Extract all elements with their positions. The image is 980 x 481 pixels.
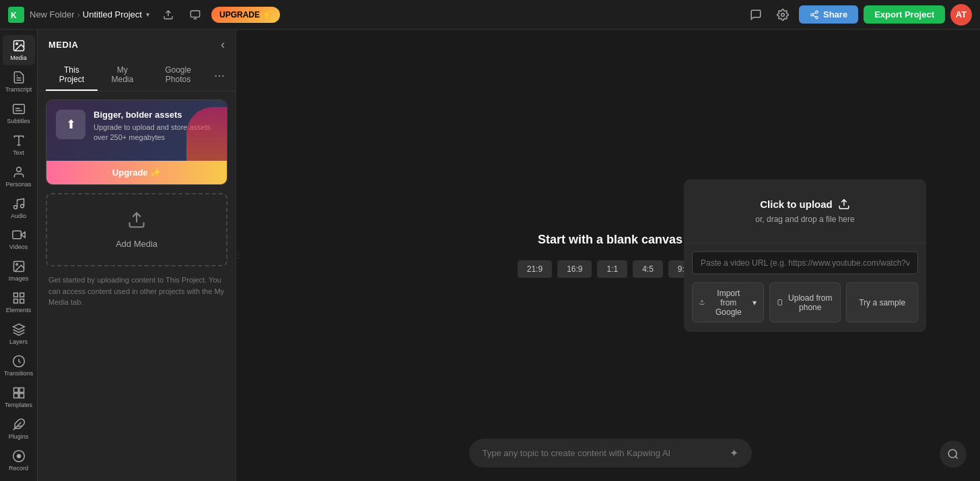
aspect-16-9[interactable]: 16:9	[557, 260, 592, 278]
svg-rect-29	[20, 293, 24, 297]
url-input[interactable]	[692, 251, 918, 274]
sidebar-nav: Media Transcript Subtitles Text Personas…	[0, 30, 38, 481]
breadcrumb-separator: ›	[77, 9, 79, 20]
svg-rect-34	[13, 388, 18, 393]
export-button[interactable]: Export Project	[864, 5, 945, 24]
ai-input-bar: ✦	[469, 439, 752, 468]
aspect-1-1[interactable]: 1:1	[597, 260, 627, 278]
canvas-main: Start with a blank canvas 21:9 16:9 1:1 …	[240, 30, 980, 481]
upgrade-card-button[interactable]: Upgrade ✨	[46, 161, 227, 184]
app-logo: K	[8, 7, 24, 23]
sidebar-item-transitions[interactable]: Transitions	[3, 350, 35, 381]
import-google-button[interactable]: Import from Google ▾	[692, 282, 764, 322]
canvas-area: Start with a blank canvas 21:9 16:9 1:1 …	[240, 30, 980, 481]
sidebar-item-videos[interactable]: Videos	[3, 225, 35, 255]
settings-button[interactable]	[772, 4, 794, 26]
tab-google-photos[interactable]: Google Photos	[147, 60, 209, 91]
media-tabs: This Project My Media Google Photos ⋯	[38, 60, 236, 91]
sidebar-item-elements-label: Elements	[6, 307, 32, 313]
chevron-down-icon: ▾	[753, 297, 757, 307]
media-tab-more-button[interactable]: ⋯	[211, 60, 228, 91]
sidebar-item-media[interactable]: Media	[3, 35, 35, 65]
upload-phone-button[interactable]: Upload from phone	[769, 282, 841, 322]
breadcrumb-chevron-icon[interactable]: ▾	[146, 11, 149, 18]
sidebar-item-text[interactable]: Text	[3, 130, 35, 160]
media-hint: Get started by uploading content to This…	[46, 274, 228, 308]
ai-sparkle-icon[interactable]: ✦	[730, 447, 738, 459]
share-label: Share	[823, 9, 847, 20]
upload-title-text: Click to upload	[760, 198, 833, 210]
sidebar-item-images-label: Images	[9, 275, 29, 282]
upload-button[interactable]	[158, 4, 179, 26]
upgrade-button[interactable]: UPGRADE ⚡	[211, 7, 280, 23]
svg-point-41	[17, 454, 20, 457]
search-button[interactable]	[940, 441, 967, 468]
sidebar-item-subtitles[interactable]: Subtitles	[3, 98, 35, 128]
tab-my-media[interactable]: My Media	[100, 60, 145, 91]
sidebar-item-templates-label: Templates	[5, 402, 32, 408]
svg-point-13	[15, 43, 17, 45]
aspect-21-9[interactable]: 21:9	[518, 260, 552, 278]
upgrade-icon: ⬆	[56, 110, 85, 139]
sidebar-item-record[interactable]: Record	[3, 445, 35, 476]
svg-point-9	[816, 16, 818, 19]
comments-button[interactable]	[745, 4, 767, 26]
upgrade-card: ⬆ Bigger, bolder assets Upgrade to uploa…	[46, 100, 228, 185]
sidebar-item-videos-label: Videos	[9, 244, 28, 250]
monitor-button[interactable]	[184, 4, 206, 26]
try-sample-label: Try a sample	[859, 297, 905, 307]
sidebar-item-layers-label: Layers	[9, 338, 28, 345]
avatar[interactable]: AT	[950, 4, 972, 26]
add-media-icon	[127, 211, 146, 233]
ai-input[interactable]	[483, 448, 723, 458]
sidebar-item-media-label: Media	[10, 54, 27, 61]
sidebar-item-transitions-label: Transitions	[4, 370, 34, 377]
sidebar-item-images[interactable]: Images	[3, 256, 35, 286]
svg-point-7	[816, 11, 818, 13]
topbar-right: Share Export Project AT	[745, 4, 972, 26]
svg-line-11	[813, 12, 816, 13]
import-google-label: Import from Google	[709, 288, 748, 316]
breadcrumb-current: Untitled Project	[83, 9, 142, 20]
svg-point-27	[15, 264, 17, 266]
add-media-box[interactable]: Add Media	[46, 193, 228, 266]
media-panel-header: MEDIA ‹	[38, 30, 236, 60]
sidebar-item-personas[interactable]: Personas	[3, 161, 35, 192]
blank-canvas-section: Start with a blank canvas 21:9 16:9 1:1 …	[518, 233, 703, 278]
upload-phone-label: Upload from phone	[787, 293, 833, 311]
topbar-actions: UPGRADE ⚡	[158, 4, 280, 26]
media-panel-title: MEDIA	[48, 40, 78, 50]
breadcrumb: New Folder › Untitled Project ▾	[30, 9, 149, 20]
svg-rect-25	[12, 231, 20, 239]
upload-subtitle: or, drag and drop a file here	[755, 214, 854, 223]
tab-this-project[interactable]: This Project	[46, 60, 98, 91]
main-content: Media Transcript Subtitles Text Personas…	[0, 30, 980, 481]
svg-point-22	[13, 205, 17, 209]
sidebar-item-templates[interactable]: Templates	[3, 382, 35, 412]
svg-rect-36	[13, 394, 18, 398]
upload-drop-zone[interactable]: Click to upload or, drag and drop a file…	[684, 179, 926, 243]
sidebar-item-audio-label: Audio	[11, 213, 26, 219]
media-panel-close-button[interactable]: ‹	[221, 38, 225, 52]
sidebar-item-plugins[interactable]: Plugins	[3, 414, 35, 444]
sidebar-item-layers[interactable]: Layers	[3, 319, 35, 349]
svg-line-48	[955, 456, 957, 458]
sidebar-item-record-label: Record	[9, 465, 28, 472]
aspect-4-5[interactable]: 4:5	[633, 260, 663, 278]
svg-rect-30	[20, 299, 24, 303]
try-sample-button[interactable]: Try a sample	[846, 282, 918, 322]
breadcrumb-folder[interactable]: New Folder	[30, 9, 74, 20]
svg-line-10	[813, 15, 816, 16]
upload-url-area	[684, 243, 926, 282]
upload-card: Click to upload or, drag and drop a file…	[684, 179, 926, 332]
sidebar-item-transcript[interactable]: Transcript	[3, 67, 35, 97]
sidebar-item-elements[interactable]: Elements	[3, 287, 35, 318]
upgrade-card-top: ⬆ Bigger, bolder assets Upgrade to uploa…	[46, 100, 227, 161]
svg-rect-37	[19, 394, 24, 398]
share-button[interactable]: Share	[799, 5, 858, 24]
svg-point-21	[16, 167, 21, 172]
svg-rect-16	[13, 104, 24, 113]
aspect-ratios: 21:9 16:9 1:1 4:5 9:16	[518, 260, 703, 278]
svg-rect-3	[190, 11, 199, 17]
sidebar-item-audio[interactable]: Audio	[3, 193, 35, 223]
